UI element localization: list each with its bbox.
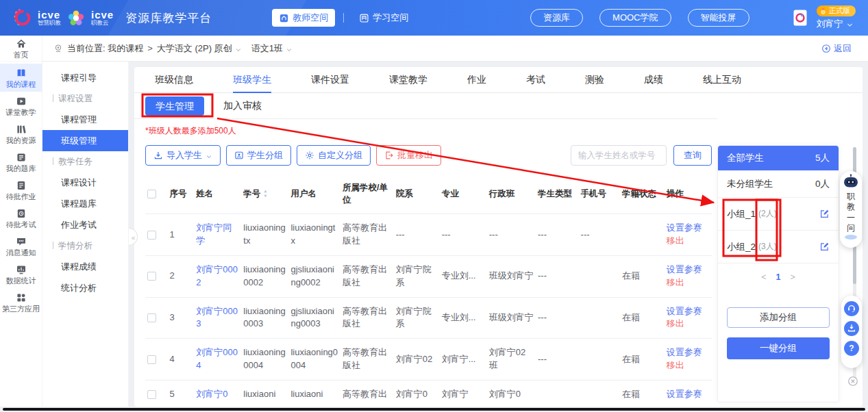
sidebar-item[interactable]: 待批作业 [0,176,42,204]
sidebar-item[interactable]: 数据统计 [0,260,42,288]
remove-link[interactable]: 移出 [667,318,710,331]
department-cell: 刘宵宁院系 [394,255,440,297]
sidebar-item[interactable]: 我的资源 [0,120,42,148]
prev-page-button[interactable]: < [761,272,766,282]
download-button[interactable] [844,321,859,336]
remove-link[interactable]: 移出 [667,276,710,289]
admin-class: 班级刘宵宁 [489,270,534,281]
next-page-button[interactable]: > [790,272,795,282]
breadcrumb-prefix: 当前位置: 我的课程 [67,42,143,55]
menu-item[interactable]: 班级管理 [42,130,128,151]
nav-teacher-space[interactable]: 教师空间 [272,9,335,27]
support-button[interactable] [844,301,859,316]
sidebar-item[interactable]: 首页 [0,36,42,62]
sidebar-item[interactable]: 消息通知 [0,232,42,260]
menu-item[interactable]: 作业考试 [42,214,128,235]
sidebar-item-label: 待批作业 [6,193,36,201]
toolbar-button-label: 自定义分组 [318,149,362,162]
ungrouped-filter[interactable]: 未分组学生 0人 [718,170,839,198]
group-row[interactable]: 小组_1(2人) [718,198,839,231]
set-contest-link[interactable]: 设置参赛 [667,346,710,359]
set-contest-link[interactable]: 设置参赛 [667,305,710,318]
set-contest-link[interactable]: 设置参赛 [667,263,710,276]
select-all-checkbox[interactable] [147,190,156,198]
row-checkbox[interactable] [147,355,156,364]
major-cell: 刘宵宁... [440,339,487,381]
table-header: 序号姓名学号用户名所属学校/单位院系专业行政班学生类型手机号学籍状态操作 [145,174,712,214]
student-group-button[interactable]: 学生分组 [226,145,291,166]
nav-learning-space[interactable]: 学习空间 [352,9,415,27]
department-cell: --- [394,214,440,256]
icve-doc-icon[interactable] [793,10,807,26]
row-checkbox[interactable] [147,231,156,240]
class-tab[interactable]: 课件设置 [311,67,349,93]
auto-group-button[interactable]: 一键分组 [727,337,830,359]
sidebar-item[interactable]: 待批考试 [0,204,42,232]
class-tab[interactable]: 班级学生 [233,67,271,93]
student-name-link[interactable]: 刘宵宁0002 [196,264,238,287]
menu-item[interactable]: 课程管理 [42,109,128,130]
department: --- [396,229,405,240]
resource-library-button[interactable]: 资源库 [530,9,583,27]
student-name-link[interactable]: 刘宵宁0 [196,389,227,399]
menu-item[interactable]: 统计分析 [42,277,128,298]
all-students-filter[interactable]: 全部学生 5人 [718,146,839,170]
search-button[interactable]: 查询 [673,145,712,166]
row-checkbox[interactable] [147,390,156,399]
sidebar-item[interactable]: 我的课程 [0,64,42,92]
back-button[interactable]: 返回 [821,42,852,55]
group-row[interactable]: 小组_2(3人) [718,231,839,263]
class-tab[interactable]: 班级信息 [155,67,193,93]
resource-icon [16,124,27,135]
student-name-link[interactable]: 刘宵宁0004 [196,347,238,370]
class-tabs: 班级信息班级学生课件设置课堂教学作业考试测验成绩线上互动 [134,67,863,93]
major: 专业刘... [442,312,476,322]
remove-link[interactable]: 移出 [667,235,710,248]
student-name-link[interactable]: 刘宵宁0003 [196,306,238,329]
mooc-college-button[interactable]: MOOC学院 [599,9,671,27]
close-icon[interactable] [847,376,858,387]
current-page[interactable]: 1 [776,272,781,282]
add-group-button[interactable]: 添加分组 [727,307,830,328]
class-dropdown[interactable]: 语文1班 [251,42,293,55]
menu-item[interactable]: 课程成绩 [42,256,128,277]
class-tab[interactable]: 考试 [526,67,545,93]
row-checkbox[interactable] [147,272,156,281]
custom-group-button[interactable]: 自定义分组 [297,145,371,166]
class-tab[interactable]: 成绩 [644,67,663,93]
phone-cell [579,297,620,339]
student-name-link-cell: 刘宵宁0002 [194,255,241,297]
menu-item[interactable]: 课程设计 [42,172,128,193]
import-students-button[interactable]: 导入学生 [145,145,221,166]
search-input[interactable] [571,145,667,166]
sidebar-item[interactable]: 课堂教学 [0,92,42,120]
help-icon[interactable]: ? [844,341,859,356]
menu-item[interactable]: 课程题库 [42,193,128,214]
row-checkbox[interactable] [147,313,156,322]
student-subtab[interactable]: 加入审核 [223,100,262,112]
column-header-label: 操作 [667,189,684,198]
row-index: 1 [169,229,174,240]
class-tab[interactable]: 作业 [467,67,486,93]
class-panel: 班级信息班级学生课件设置课堂教学作业考试测验成绩线上互动 学生管理加入审核 *班… [134,67,863,407]
sidebar-item[interactable]: 第三方应用 [0,288,42,316]
smart-cast-button[interactable]: 智能投屏 [688,9,749,27]
student-name-link[interactable]: 刘宵宁同学 [196,222,232,246]
group-list: 小组_1(2人)小组_2(3人) [718,198,839,263]
set-contest-link[interactable]: 设置参赛 [667,222,710,235]
course-dropdown[interactable]: 大学语文 (2P) 原创 [157,42,242,55]
username-dropdown[interactable]: 刘宵宁 [817,18,854,30]
set-contest-link[interactable]: 设置参赛 [667,388,710,401]
student-subtab[interactable]: 学生管理 [145,96,204,116]
batch-remove-button[interactable]: 批量移出 [376,145,441,166]
class-tab[interactable]: 测验 [585,67,604,93]
remove-link[interactable]: 移出 [667,359,710,372]
class-tab[interactable]: 线上互动 [703,67,741,93]
assistant-widget[interactable]: 职教一问 [840,171,862,248]
class-tab[interactable]: 课堂教学 [389,67,427,93]
menu-item[interactable]: 课程引导 [42,67,128,88]
student-id-cell: liuxiaoning0002 [241,255,288,297]
school: 高等教育出版社 [343,222,387,246]
sidebar-item[interactable]: 我的题库 [0,148,42,176]
major-cell: --- [440,214,487,256]
